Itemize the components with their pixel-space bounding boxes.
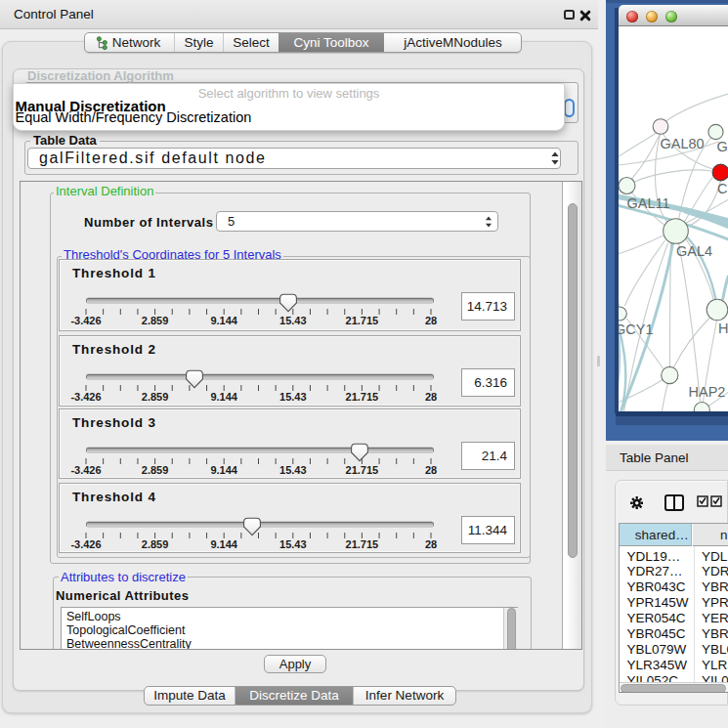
svg-text:28: 28 [425,315,437,326]
svg-text:15.43: 15.43 [279,464,307,476]
svg-text:GA: GA [716,139,728,154]
svg-text:28: 28 [425,538,437,550]
svg-text:GCY1: GCY1 [619,321,654,337]
svg-text:GAL11: GAL11 [626,195,669,211]
svg-text:2.859: 2.859 [142,391,169,403]
svg-text:15.43: 15.43 [279,538,307,550]
svg-text:GAL80: GAL80 [660,136,704,151]
svg-text:HAP2: HAP2 [688,384,725,400]
svg-text:28: 28 [425,464,437,476]
svg-text:15.43: 15.43 [279,315,307,326]
svg-text:HAP: HAP [718,321,728,336]
svg-text:2.859: 2.859 [142,464,169,476]
svg-text:2.859: 2.859 [142,315,169,326]
svg-text:CY: CY [717,181,728,196]
svg-text:15.43: 15.43 [279,391,307,403]
svg-text:-3.426: -3.426 [70,464,101,476]
svg-text:21.715: 21.715 [346,391,379,403]
svg-text:GAL4: GAL4 [676,243,712,259]
svg-text:21.715: 21.715 [346,315,379,326]
svg-text:21.715: 21.715 [346,464,379,476]
svg-text:2.859: 2.859 [142,538,169,550]
svg-text:9.144: 9.144 [210,315,237,326]
svg-text:9.144: 9.144 [210,538,237,550]
svg-text:28: 28 [425,391,437,403]
svg-text:-3.426: -3.426 [70,315,101,326]
svg-text:21.715: 21.715 [346,538,379,550]
svg-text:9.144: 9.144 [210,464,237,476]
svg-text:9.144: 9.144 [210,391,237,403]
svg-text:-3.426: -3.426 [70,391,101,403]
svg-text:-3.426: -3.426 [70,538,101,550]
